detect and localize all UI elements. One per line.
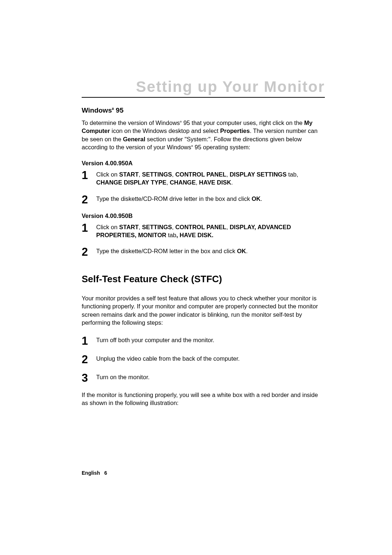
- document-page: Setting up Your Monitor Windows¤ 95 To d…: [0, 0, 392, 407]
- step-content: Unplug the video cable from the back of …: [96, 354, 240, 362]
- step-number: 2: [82, 354, 96, 365]
- bold-text: START: [119, 171, 139, 178]
- bold-text: SETTINGS: [142, 224, 172, 230]
- text: 95 that your computer uses, right click …: [182, 119, 305, 126]
- step-item: 1 Turn off both your computer and the mo…: [82, 335, 325, 347]
- step-number: 1: [82, 222, 96, 234]
- text: Click on: [96, 224, 119, 230]
- bold-text: Properties: [220, 127, 250, 134]
- step-content: Click on START, SETTINGS, CONTROL PANEL,…: [96, 222, 325, 239]
- step-content: Turn on the monitor.: [96, 372, 150, 381]
- text: ,: [226, 224, 229, 230]
- heading-text: 95: [114, 106, 123, 114]
- text: Type the diskette/CD-ROM drive letter in…: [96, 195, 252, 202]
- text: ,: [196, 179, 199, 186]
- intro-paragraph: To determine the version of Windows¤ 95 …: [82, 119, 325, 151]
- stfc-intro-paragraph: Your monitor provides a self test featur…: [82, 294, 325, 327]
- bold-text: OK: [252, 195, 261, 202]
- text: ,: [172, 171, 175, 178]
- text: .: [246, 248, 248, 254]
- bold-text: CHANGE DISPLAY TYPE: [96, 179, 166, 186]
- text: To determine the version of Windows: [82, 119, 180, 126]
- step-item: 2 Type the diskette/CD-ROM letter in the…: [82, 246, 325, 258]
- bold-text: HAVE DISK: [199, 179, 231, 186]
- step-number: 1: [82, 335, 96, 347]
- text: Type the diskette/CD-ROM letter in the b…: [96, 248, 237, 254]
- bold-text: General: [123, 136, 145, 142]
- text: icon on the Windows desktop and select: [110, 127, 220, 134]
- step-content: Click on START, SETTINGS, CONTROL PANEL,…: [96, 170, 325, 187]
- text: ,: [139, 224, 142, 230]
- footer-language: English: [82, 470, 100, 476]
- step-item: 2 Type the diskette/CD-ROM drive letter …: [82, 194, 325, 205]
- bold-text: SETTINGS: [142, 171, 172, 178]
- text: tab: [166, 232, 176, 238]
- text: ,: [139, 171, 142, 178]
- windows95-heading: Windows¤ 95: [82, 106, 325, 114]
- bold-text: CONTROL PANEL: [175, 171, 226, 178]
- stfc-title: Self-Test Feature Check (STFC): [82, 274, 325, 285]
- bold-text: DISPLAY SETTINGS: [230, 171, 287, 178]
- version-b-heading: Version 4.00.950B: [82, 212, 325, 219]
- bold-text: CONTROL PANEL: [175, 224, 226, 230]
- step-number: 3: [82, 372, 96, 384]
- step-item: 1 Click on START, SETTINGS, CONTROL PANE…: [82, 222, 325, 239]
- step-item: 3 Turn on the monitor.: [82, 372, 325, 384]
- page-footer: English 6: [82, 470, 107, 476]
- step-item: 2 Unplug the video cable from the back o…: [82, 354, 325, 365]
- text: .: [231, 179, 233, 186]
- step-content: Turn off both your computer and the moni…: [96, 335, 215, 344]
- text: ,: [172, 224, 175, 230]
- stfc-closing-paragraph: If the monitor is functioning properly, …: [82, 391, 325, 407]
- text: ,: [226, 171, 229, 178]
- page-title: Setting up Your Monitor: [82, 78, 325, 98]
- text: .: [261, 195, 262, 202]
- step-content: Type the diskette/CD-ROM drive letter in…: [96, 194, 262, 203]
- step-item: 1 Click on START, SETTINGS, CONTROL PANE…: [82, 170, 325, 187]
- text: Click on: [96, 171, 119, 178]
- step-number: 2: [82, 194, 96, 205]
- text: ,: [166, 179, 170, 186]
- bold-text: OK: [237, 248, 246, 254]
- version-a-heading: Version 4.00.950A: [82, 160, 325, 167]
- heading-text: Windows: [82, 106, 112, 114]
- bold-text: START: [119, 224, 139, 230]
- step-number: 1: [82, 170, 96, 181]
- step-number: 2: [82, 246, 96, 258]
- text: 95 operating system:: [193, 144, 250, 150]
- bold-text: , HAVE DISK.: [176, 232, 213, 238]
- text: tab,: [286, 171, 298, 178]
- footer-page-number: 6: [104, 470, 107, 476]
- bold-text: CHANGE: [170, 179, 196, 186]
- step-content: Type the diskette/CD-ROM letter in the b…: [96, 246, 248, 255]
